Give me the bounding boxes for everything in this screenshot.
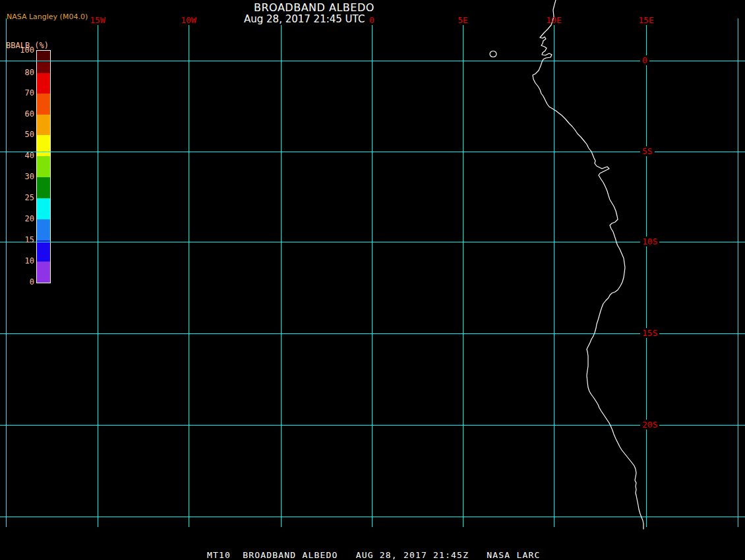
colorbar-tick-label: 50 [0, 130, 34, 140]
latitude-label: 10S [640, 237, 659, 246]
latitude-label: 5S [640, 146, 655, 156]
satellite-albedo-map: NASA Langley (M04.0) BROADBAND ALBEDO Au… [0, 0, 745, 560]
longitude-label: 5E [443, 15, 483, 25]
colorbar-tick-label: 25 [0, 193, 34, 203]
longitude-label: 10E [534, 15, 574, 25]
latitude-label: 15S [640, 328, 659, 338]
colorbar-tick-label: 10 [0, 256, 34, 266]
coastline [533, 0, 643, 529]
island-outline [490, 51, 496, 57]
longitude-label: 15E [626, 15, 666, 25]
timestamp-text: Aug 28, 2017 21:45 UTC [243, 13, 366, 25]
colorbar-tick-label: 20 [0, 214, 34, 224]
latitude-label: 20S [640, 420, 659, 430]
colorbar-tick-label: 60 [0, 109, 34, 119]
map-svg [0, 0, 745, 560]
colorbar-tick-label: 0 [0, 277, 34, 287]
latitude-label: 0 [640, 55, 649, 65]
footer-caption: MT10 BROADBAND ALBEDO AUG 28, 2017 21:45… [207, 550, 541, 560]
credit-text: NASA Langley (M04.0) [7, 13, 88, 21]
colorbar-tick-label: 40 [0, 151, 34, 161]
page-title: BROADBAND ALBEDO [254, 1, 374, 14]
colorbar-tick-label: 100 [0, 45, 34, 55]
colorbar-tick-label: 70 [0, 88, 34, 98]
colorbar-tick-label: 15 [0, 235, 34, 245]
colorbar-tick-label: 30 [0, 172, 34, 182]
longitude-label: 10W [169, 15, 208, 25]
colorbar-tick-label: 80 [0, 68, 34, 78]
